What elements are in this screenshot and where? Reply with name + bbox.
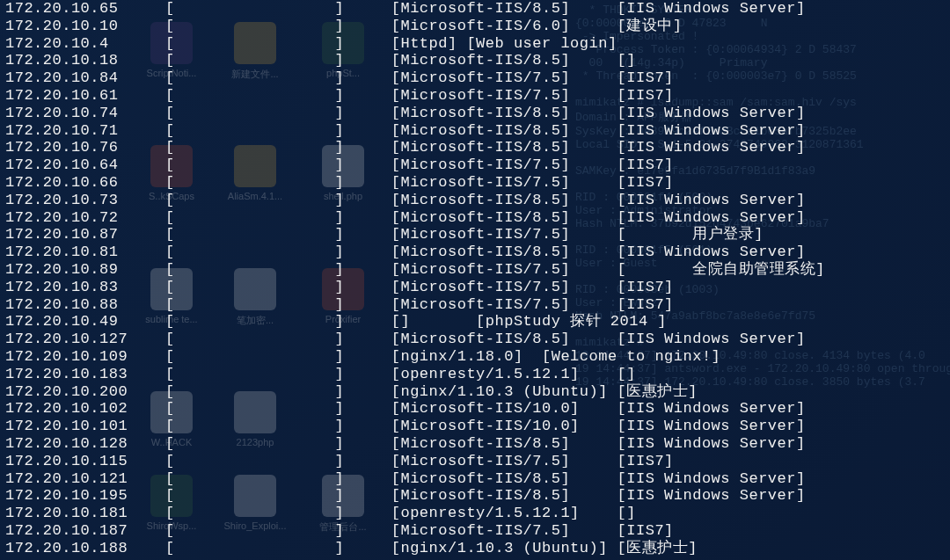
scan-row: 172.20.10.127 [ ] [Microsoft-IIS/8.5] [I… [5, 331, 950, 348]
scan-row: 172.20.10.115 [ ] [Microsoft-IIS/7.5] [I… [5, 453, 950, 470]
scan-row: 172.20.10.71 [ ] [Microsoft-IIS/8.5] [II… [5, 122, 950, 140]
scan-row: 172.20.10.66 [ ] [Microsoft-IIS/7.5] [II… [5, 174, 950, 192]
scan-row: 172.20.10.4 [ ] [Httpd] [Web user login] [5, 35, 950, 53]
scan-row: 172.20.10.188 [ ] [nginx/1.10.3 (Ubuntu)… [5, 540, 950, 557]
scan-row: 172.20.10.121 [ ] [Microsoft-IIS/8.5] [I… [5, 470, 950, 488]
scan-row: 172.20.10.64 [ ] [Microsoft-IIS/7.5] [II… [5, 156, 950, 174]
scan-row: 172.20.10.109 [ ] [nginx/1.18.0] [Welcom… [5, 348, 950, 366]
scan-output-terminal[interactable]: 172.20.10.65 [ ] [Microsoft-IIS/8.5] [II… [0, 0, 950, 560]
scan-row: 172.20.10.61 [ ] [Microsoft-IIS/7.5] [II… [5, 87, 950, 105]
scan-row: 172.20.10.65 [ ] [Microsoft-IIS/8.5] [II… [5, 0, 950, 18]
scan-row: 172.20.10.18 [ ] [Microsoft-IIS/8.5] [] [5, 52, 950, 69]
scan-row: 172.20.10.102 [ ] [Microsoft-IIS/10.0] [… [5, 400, 950, 418]
scan-row: 172.20.10.200 [ ] [nginx/1.10.3 (Ubuntu)… [5, 383, 950, 401]
scan-row: 172.20.10.72 [ ] [Microsoft-IIS/8.5] [II… [5, 209, 950, 227]
scan-row: 172.20.10.128 [ ] [Microsoft-IIS/8.5] [I… [5, 435, 950, 453]
scan-row: 172.20.10.76 [ ] [Microsoft-IIS/8.5] [II… [5, 139, 950, 156]
scan-row: 172.20.10.89 [ ] [Microsoft-IIS/7.5] [ 全… [5, 261, 950, 279]
scan-row: 172.20.10.181 [ ] [openresty/1.5.12.1] [… [5, 505, 950, 522]
scan-row: 172.20.10.87 [ ] [Microsoft-IIS/7.5] [ 用… [5, 226, 950, 244]
scan-row: 172.20.10.84 [ ] [Microsoft-IIS/7.5] [II… [5, 69, 950, 87]
scan-row: 172.20.10.187 [ ] [Microsoft-IIS/7.5] [I… [5, 522, 950, 540]
scan-row: 172.20.10.101 [ ] [Microsoft-IIS/10.0] [… [5, 418, 950, 435]
scan-row: 172.20.10.183 [ ] [openresty/1.5.12.1] [… [5, 366, 950, 383]
scan-row: 172.20.10.73 [ ] [Microsoft-IIS/8.5] [II… [5, 192, 950, 209]
scan-row: 172.20.10.83 [ ] [Microsoft-IIS/7.5] [II… [5, 279, 950, 296]
scan-row: 172.20.10.49 [ ] [] [phpStudy 探针 2014 ] [5, 313, 950, 331]
scan-row: 172.20.10.88 [ ] [Microsoft-IIS/7.5] [II… [5, 296, 950, 314]
scan-row: 172.20.10.195 [ ] [Microsoft-IIS/8.5] [I… [5, 487, 950, 505]
scan-row: 172.20.10.10 [ ] [Microsoft-IIS/6.0] [建设… [5, 18, 950, 35]
scan-row: 172.20.10.81 [ ] [Microsoft-IIS/8.5] [II… [5, 244, 950, 261]
scan-row: 172.20.10.74 [ ] [Microsoft-IIS/8.5] [II… [5, 105, 950, 122]
